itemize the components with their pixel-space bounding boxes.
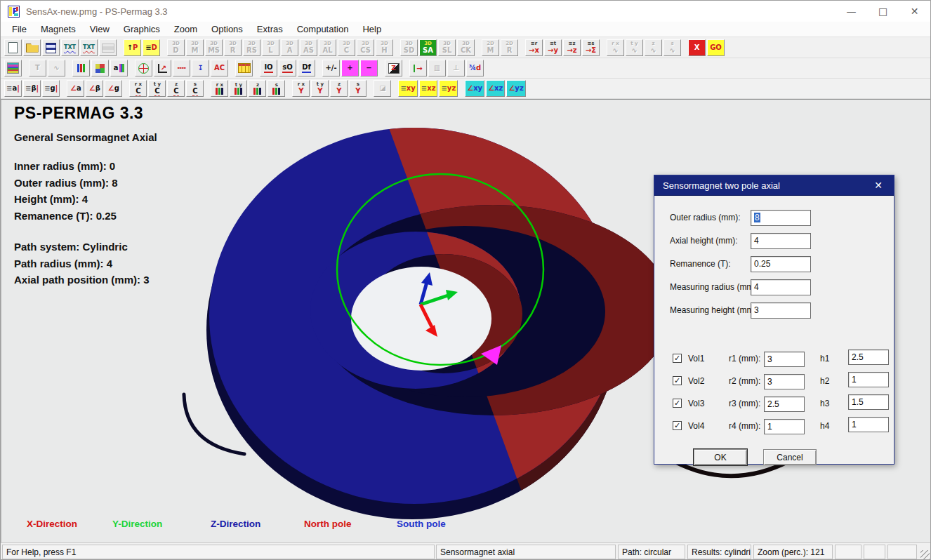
so-button[interactable]: sO [279,60,296,76]
ac-button[interactable]: AC [211,60,228,76]
list-alpha-button[interactable]: ≡a| [4,80,22,97]
cancel-button[interactable]: Cancel [763,449,817,465]
height-input[interactable]: 1.5 [848,394,889,410]
vol3-checkbox[interactable]: ✓ [673,399,682,408]
dialog-close-icon[interactable]: ✕ [870,179,887,192]
menu-help[interactable]: Help [355,22,388,36]
table-yz-button[interactable]: ≡yz [439,80,458,97]
bars-r-x-button[interactable]: r x [211,80,228,97]
c-z-button[interactable]: zC [167,80,185,97]
toolbar-group: a [72,60,129,76]
height-input[interactable]: 2.5 [848,349,889,365]
profile-column-button: T [29,60,46,76]
resize-grip[interactable] [920,550,930,559]
save-file-button[interactable] [42,39,60,56]
ok-button[interactable]: OK [694,449,747,465]
magnet-3d-cs-button: 3DCS [357,39,374,56]
minimize-button[interactable]: — [836,1,867,22]
compute-z-button[interactable]: ≡z→z [563,39,581,56]
move-axes-button[interactable] [409,60,427,76]
data-list-button[interactable]: ≡D [143,39,160,56]
open-file-button[interactable] [23,39,41,56]
io-button[interactable]: IO [260,60,277,76]
c-s-button[interactable]: sC [186,80,204,97]
menu-computation[interactable]: Computation [290,22,356,36]
menu-graphics[interactable]: Graphics [117,22,167,36]
param-input[interactable]: 0.25 [751,256,811,272]
c-t-y-button[interactable]: t yC [148,80,166,97]
bars-z-button[interactable]: z [249,80,266,97]
param-input[interactable]: 8 [751,210,811,226]
bar-chart-button[interactable] [72,60,90,76]
radius-input[interactable]: 3 [764,374,805,389]
plus-minus-button[interactable]: +/- [322,60,340,76]
height-input[interactable]: 1 [848,417,889,432]
param-input[interactable]: 4 [751,233,811,249]
sensor-3d-sa-button[interactable]: 3DSA [419,39,437,56]
export-txt-blue-button[interactable]: TXT [61,39,79,56]
toolbar-group: ≡xy≡xz≡yz [398,80,459,97]
xy-plot-s-button[interactable]: sY [349,80,367,97]
compute-sum-button[interactable]: ≡s→Σ [582,39,600,56]
plot-alpha-button[interactable]: ∠a [67,80,84,97]
xy-plot-t-y-button[interactable]: t yY [311,80,329,97]
vol2-checkbox[interactable]: ✓ [673,376,682,385]
dotted-line-button[interactable]: ╍╍ [173,60,190,76]
param-input[interactable]: 3 [751,302,811,319]
go-button[interactable]: GO [707,39,725,56]
param-label: Axial height (mm): [670,236,738,246]
menu-view[interactable]: View [83,22,117,36]
compute-t-y-button[interactable]: ≡t→y [544,39,562,56]
c-r-x-button[interactable]: r xC [129,80,147,97]
menu-file[interactable]: File [5,22,34,36]
display-colors-button[interactable] [4,60,22,76]
menu-zoom[interactable]: Zoom [167,22,204,36]
list-g-button[interactable]: ≡g| [42,80,60,97]
plot-g-button[interactable]: ∠g [105,80,122,97]
list-beta-button[interactable]: ≡β| [23,80,41,97]
compute-r-x-button[interactable]: ≡r→x [525,39,543,56]
export-txt-red-button[interactable]: TXT [80,39,98,56]
subtract-button[interactable]: − [360,60,378,76]
xy-plot-r-x-button[interactable]: r xY [292,80,310,97]
magnet-3d-h-button: 3DH [376,39,393,56]
maximize-button[interactable]: □ [867,1,899,22]
param-input[interactable]: 4 [751,279,811,295]
abort-button[interactable]: X [688,39,706,56]
add-button[interactable]: + [341,60,359,76]
table-xz-button[interactable]: ≡xz [419,80,438,97]
close-button[interactable]: ✕ [899,1,930,22]
xy-plot-z-button[interactable]: zY [330,80,348,97]
field-arrow-button[interactable]: ↧ [192,60,209,76]
grid-crosshair-button[interactable] [135,60,152,76]
invert-display-button[interactable] [385,60,402,76]
vol4-checkbox[interactable]: ✓ [673,421,682,430]
menu-extras[interactable]: Extras [250,22,290,36]
new-file-button[interactable] [4,39,22,56]
color-mosaic-button[interactable] [91,60,109,76]
menu-magnets[interactable]: Magnets [34,22,83,36]
height-input[interactable]: 1 [848,372,889,387]
dimension-3d-button[interactable]: ¾d [466,60,484,76]
graph-xz-button[interactable]: ∠xz [486,80,505,97]
radius-input[interactable]: 2.5 [764,396,805,412]
menu-options[interactable]: Options [204,22,250,36]
table-xy-button[interactable]: ≡xy [398,80,417,97]
axial-view-button: ⊥ [447,60,465,76]
magnet-3d-al-button: 3DAL [319,39,336,56]
legend-x-direction: X-Direction [27,519,77,529]
plot-beta-button[interactable]: ∠β [86,80,103,97]
radius-input[interactable]: 3 [764,352,805,367]
df-button[interactable]: Df [298,60,315,76]
a-values-button[interactable]: a [110,60,128,76]
radius-input[interactable]: 1 [764,419,805,434]
dialog-title-bar[interactable]: Sensormagnet two pole axial ✕ [654,175,894,195]
bars-s-button[interactable]: s [268,80,285,97]
bars-t-y-button[interactable]: t y [230,80,247,97]
load-parameters-button[interactable]: ↑P [124,39,141,56]
data-table-button[interactable] [235,60,253,76]
coordinate-axes-button[interactable] [154,60,171,76]
vol1-checkbox[interactable]: ✓ [673,354,682,363]
graph-yz-button[interactable]: ∠yz [506,80,525,97]
graph-xy-button[interactable]: ∠xy [465,80,484,97]
